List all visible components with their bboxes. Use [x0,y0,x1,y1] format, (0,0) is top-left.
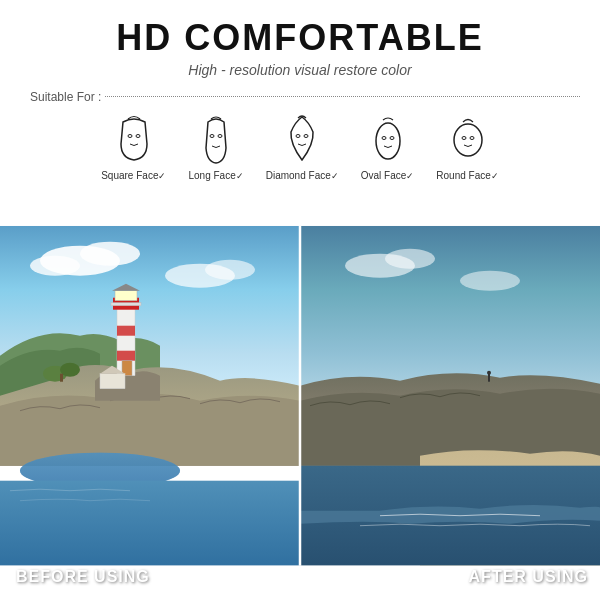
check-icon-diamond: ✓ [331,171,339,181]
check-icon-oval: ✓ [406,171,414,181]
svg-rect-27 [115,290,137,300]
top-section: HD COMFORTABLE High - resolution visual … [0,0,600,191]
svg-point-5 [304,134,308,137]
face-label-long: Long Face ✓ [188,170,243,181]
svg-rect-31 [100,373,125,388]
svg-point-16 [80,241,140,265]
svg-rect-25 [117,350,135,360]
suitable-label: Suitable For : [30,90,101,104]
svg-point-2 [210,134,214,137]
svg-rect-22 [0,480,300,565]
svg-point-3 [218,134,222,137]
main-title: HD COMFORTABLE [20,18,580,58]
svg-rect-36 [300,225,600,385]
svg-point-6 [376,123,400,159]
suitable-dots [105,96,580,97]
face-item-round: Round Face ✓ [436,114,498,181]
scene-svg [0,191,600,600]
suitable-row: Suitable For : [30,90,580,104]
svg-point-8 [390,136,394,139]
check-icon-square: ✓ [158,171,166,181]
face-icon-long [195,114,237,166]
face-label-square: Square Face ✓ [101,170,166,181]
face-item-diamond: Diamond Face ✓ [266,114,339,181]
face-item-long: Long Face ✓ [188,114,243,181]
svg-point-42 [487,370,491,374]
svg-rect-41 [488,373,490,381]
faces-row: Square Face ✓ Long Face ✓ [20,114,580,181]
svg-rect-29 [111,302,141,305]
face-label-oval: Oval Face ✓ [361,170,415,181]
after-label: AFTER USING [469,568,588,586]
face-icon-diamond [281,114,323,166]
face-item-square: Square Face ✓ [101,114,166,181]
svg-point-38 [385,248,435,268]
svg-point-1 [136,134,140,137]
face-label-diamond: Diamond Face ✓ [266,170,339,181]
check-icon-round: ✓ [491,171,499,181]
svg-point-0 [128,134,132,137]
face-icon-oval [367,114,409,166]
check-icon-long: ✓ [236,171,244,181]
svg-point-17 [30,255,80,275]
svg-point-4 [296,134,300,137]
face-icon-round [447,114,489,166]
before-label: BEFORE USING [16,568,150,586]
svg-point-7 [382,136,386,139]
main-container: HD COMFORTABLE High - resolution visual … [0,0,600,600]
comparison-section: BEFORE USING AFTER USING [0,191,600,600]
svg-point-11 [470,136,474,139]
svg-rect-24 [117,325,135,335]
svg-point-10 [462,136,466,139]
subtitle: High - resolution visual restore color [20,62,580,78]
svg-rect-35 [60,373,63,381]
svg-point-19 [205,259,255,279]
svg-point-9 [454,124,482,156]
face-item-oval: Oval Face ✓ [361,114,415,181]
face-icon-square [113,114,155,166]
face-label-round: Round Face ✓ [436,170,498,181]
svg-point-39 [460,270,520,290]
